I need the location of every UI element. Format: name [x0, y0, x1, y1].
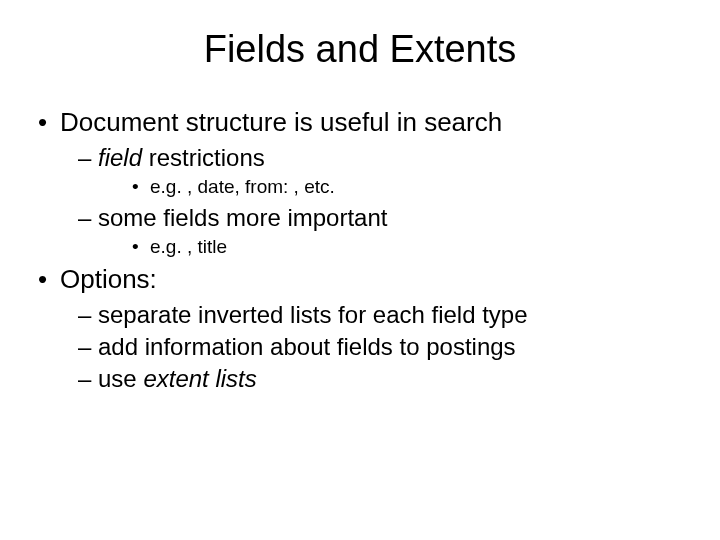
dash-icon: – — [78, 301, 98, 329]
bullet-1-sub-1-ex-1-text: e.g. , date, from: , etc. — [150, 176, 335, 197]
dash-icon: – — [78, 333, 98, 361]
dash-icon: – — [78, 365, 98, 393]
bullet-dot-icon: • — [38, 107, 60, 138]
bullet-dot-icon: • — [132, 176, 150, 198]
bullet-2-sub-3: –use extent lists — [78, 365, 696, 393]
slide-title: Fields and Extents — [24, 28, 696, 71]
bullet-1-text: Document structure is useful in search — [60, 107, 502, 137]
bullet-1-sub-2-text: some fields more important — [98, 204, 387, 231]
bullet-1-sub-2-ex-1-text: e.g. , title — [150, 236, 227, 257]
bullet-2-sub-3-italic: extent lists — [143, 365, 256, 392]
bullet-2-text: Options: — [60, 264, 157, 294]
bullet-1-sub-1: –field restrictions — [78, 144, 696, 172]
bullet-1-sub-1-text: restrictions — [142, 144, 265, 171]
bullet-2-sub-1-text: separate inverted lists for each field t… — [98, 301, 528, 328]
bullet-1-sub-2-ex-1: •e.g. , title — [132, 236, 696, 258]
bullet-2-sub-2-text: add information about fields to postings — [98, 333, 516, 360]
dash-icon: – — [78, 204, 98, 232]
bullet-1-sub-2: –some fields more important — [78, 204, 696, 232]
bullet-2: •Options: — [38, 264, 696, 295]
bullet-2-sub-2: –add information about fields to posting… — [78, 333, 696, 361]
bullet-1-sub-1-italic: field — [98, 144, 142, 171]
bullet-1-sub-1-ex-1: •e.g. , date, from: , etc. — [132, 176, 696, 198]
dash-icon: – — [78, 144, 98, 172]
bullet-dot-icon: • — [38, 264, 60, 295]
bullet-1: •Document structure is useful in search — [38, 107, 696, 138]
bullet-2-sub-1: –separate inverted lists for each field … — [78, 301, 696, 329]
bullet-dot-icon: • — [132, 236, 150, 258]
bullet-2-sub-3-pre: use — [98, 365, 143, 392]
